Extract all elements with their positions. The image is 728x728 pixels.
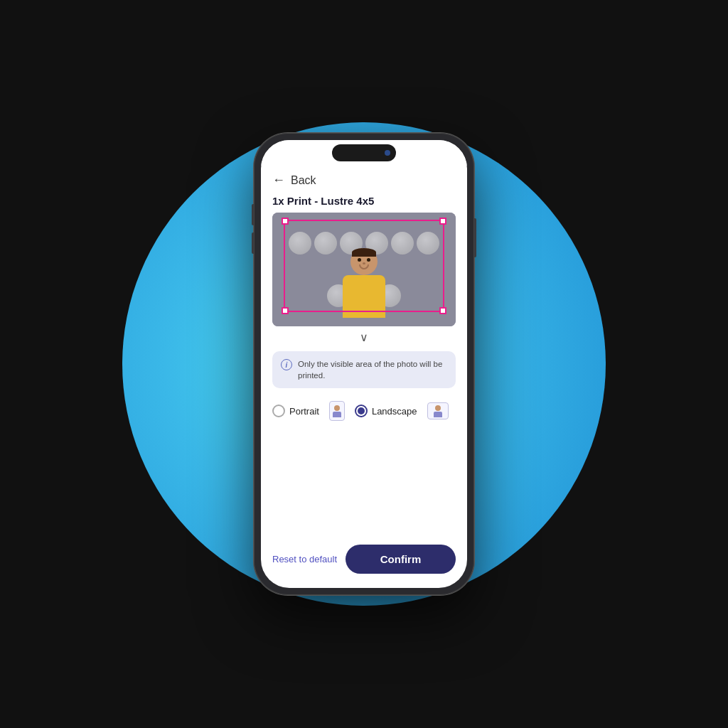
portrait-person-icon	[333, 405, 341, 417]
landscape-thumbnail	[427, 402, 449, 419]
reset-to-default-button[interactable]: Reset to default	[272, 554, 337, 564]
volume-up-button	[252, 204, 254, 225]
screen-content: ← Back 1x Print - Lustre 4x5	[261, 166, 467, 588]
info-banner: i Only the visible area of the photo wil…	[272, 351, 456, 388]
landscape-person-icon	[434, 405, 442, 417]
confirm-button[interactable]: Confirm	[346, 545, 456, 574]
back-button-label[interactable]: Back	[291, 174, 316, 187]
crop-handle-tl[interactable]	[282, 218, 289, 225]
landscape-body-icon	[434, 412, 442, 417]
phone-screen: ← Back 1x Print - Lustre 4x5	[261, 140, 467, 588]
orientation-row: Portrait Landscape	[261, 395, 467, 427]
crop-handle-tr[interactable]	[439, 218, 446, 225]
landscape-option[interactable]: Landscape	[355, 405, 417, 417]
crop-handle-br[interactable]	[439, 307, 446, 314]
info-banner-text: Only the visible area of the photo will …	[298, 358, 447, 381]
header: ← Back	[261, 166, 467, 192]
landscape-head-icon	[435, 405, 441, 411]
front-camera	[385, 150, 390, 156]
dynamic-island	[332, 144, 396, 161]
landscape-radio[interactable]	[355, 405, 368, 417]
phone-outer-shell: ← Back 1x Print - Lustre 4x5	[254, 133, 474, 595]
info-icon: i	[281, 359, 292, 370]
bottom-buttons: Reset to default Confirm	[261, 536, 467, 588]
portrait-head-icon	[334, 405, 340, 411]
back-arrow-icon[interactable]: ←	[272, 173, 285, 188]
phone-mockup: ← Back 1x Print - Lustre 4x5	[254, 133, 474, 595]
photo-preview	[272, 213, 456, 326]
crop-handle-bl[interactable]	[282, 307, 289, 314]
landscape-radio-dot	[358, 407, 365, 414]
landscape-label: Landscape	[372, 406, 417, 417]
chevron-row: ∨	[261, 326, 467, 348]
status-bar	[261, 140, 467, 166]
spacer	[261, 427, 467, 536]
portrait-radio[interactable]	[272, 405, 285, 417]
chevron-down-icon[interactable]: ∨	[360, 331, 368, 344]
portrait-body-icon	[333, 412, 341, 417]
portrait-thumbnail	[329, 401, 345, 421]
power-button	[474, 218, 476, 257]
portrait-label: Portrait	[289, 406, 319, 417]
volume-down-button	[252, 232, 254, 254]
portrait-option[interactable]: Portrait	[272, 405, 319, 417]
crop-selection-box[interactable]	[284, 220, 444, 312]
print-title: 1x Print - Lustre 4x5	[261, 192, 467, 213]
